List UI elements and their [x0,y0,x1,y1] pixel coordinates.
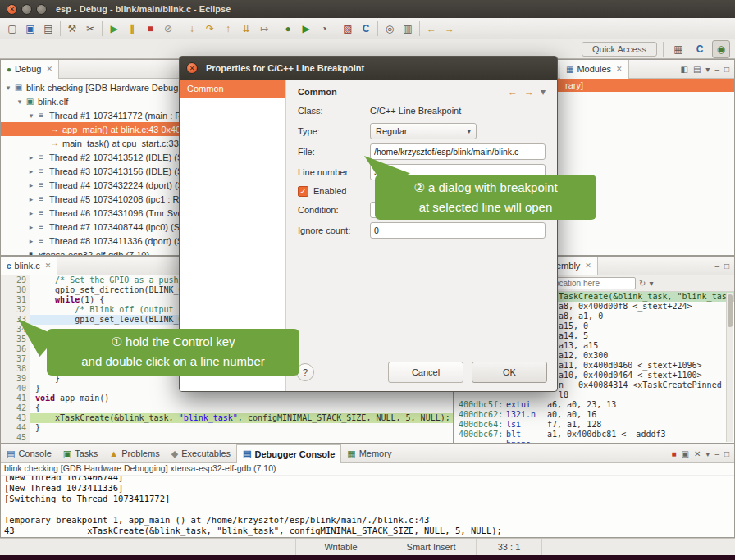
terminate-icon[interactable]: ■ [141,20,159,38]
quick-access-button[interactable]: Quick Access [582,42,657,57]
forward-icon[interactable]: → [441,20,459,38]
tab-memory[interactable]: ▦Memory [341,444,397,463]
scrollbar-thumb[interactable] [728,294,733,327]
annotation-ruler[interactable] [1,403,9,413]
console-output[interactable]: [New Thread 1073408744] [New Thread 1073… [1,476,734,537]
line-number[interactable]: 40 [9,384,30,394]
tab-modules[interactable]: ▦ Modules ✕ [560,60,629,79]
tab-console[interactable]: ▤Console [1,444,57,463]
cut-icon[interactable]: ✂ [81,20,99,38]
window-maximize-icon[interactable] [36,4,47,15]
line-number[interactable]: 32 [9,305,30,315]
expander-icon[interactable]: ▸ [26,181,36,189]
build-icon[interactable]: ⚒ [63,20,81,38]
line-number[interactable]: 38 [9,364,30,374]
expander-icon[interactable]: ▾ [26,112,36,120]
dialog-titlebar[interactable]: ✕ Properties for C/C++ Line Breakpoint [180,57,557,80]
tab-debug[interactable]: ● Debug ✕ [1,60,59,79]
tab-close-icon[interactable]: ✕ [585,262,591,270]
expander-icon[interactable]: ▸ [26,167,36,175]
maximize-icon[interactable]: □ [724,449,729,458]
view-menu-icon[interactable]: ▾ [649,279,653,288]
tab-close-icon[interactable]: ✕ [45,262,52,270]
line-number[interactable]: 36 [9,344,30,354]
annotation-ruler[interactable] [1,384,9,394]
run-icon[interactable]: ▶ [297,20,315,38]
type-dropdown[interactable]: Regular ▾ [370,123,477,139]
back-icon[interactable]: ← [508,86,518,98]
tab-debugger-console[interactable]: ▤Debugger Console [236,444,341,463]
annotation-ruler[interactable] [1,305,9,315]
ignore-count-field[interactable] [370,222,546,239]
step-over-icon[interactable]: ↷ [201,20,219,38]
annotation-ruler[interactable] [1,285,9,295]
tab-close-icon[interactable]: ✕ [46,65,52,73]
line-number[interactable]: 31 [9,295,30,305]
cpp-perspective-icon[interactable]: C [691,40,709,58]
dialog-close-icon[interactable]: ✕ [186,62,198,74]
scrollbar[interactable] [726,293,733,442]
ok-button[interactable]: OK [472,362,547,383]
annotation-ruler[interactable] [1,335,9,344]
annotation-ruler[interactable] [1,413,9,423]
annotation-ruler[interactable] [1,354,9,364]
new-wizard-icon[interactable]: ▢ [3,20,21,38]
expander-icon[interactable]: ▸ [26,209,36,217]
print-icon[interactable]: ▤ [39,20,57,38]
line-number[interactable]: 42 [9,403,30,413]
expander-icon[interactable]: ▸ [26,223,36,231]
columns-icon[interactable]: ▤ [693,65,701,74]
line-number[interactable]: 37 [9,354,30,364]
annotation-ruler[interactable] [1,364,9,374]
annotation-ruler[interactable] [1,295,9,305]
profile-icon[interactable]: ◔ [315,20,333,38]
debug-perspective-icon[interactable]: ◉ [712,40,730,58]
coverage-icon[interactable]: ▧ [339,20,357,38]
cancel-button[interactable]: Cancel [388,362,463,383]
new-cpp-project-icon[interactable]: C [357,20,375,38]
sidebar-item-common[interactable]: Common [180,80,285,98]
step-return-icon[interactable]: ↑ [219,20,237,38]
line-number[interactable]: 39 [9,374,30,384]
annotation-ruler[interactable] [1,394,9,403]
line-number[interactable]: 35 [9,335,30,344]
instruction-stepping-icon[interactable]: ↦ [255,20,273,38]
line-number[interactable]: 45 [9,433,30,443]
window-minimize-icon[interactable] [21,4,32,15]
terminate-console-icon[interactable]: ■ [671,449,676,458]
drop-to-frame-icon[interactable]: ⇊ [237,20,255,38]
annotation-ruler[interactable] [1,275,9,285]
display-console-icon[interactable]: ▣ [682,449,689,458]
step-into-icon[interactable]: ↓ [183,20,201,38]
disconnect-icon[interactable]: ⊘ [159,20,177,38]
remove-console-icon[interactable]: ✕ [694,449,701,458]
annotation-ruler[interactable] [1,344,9,354]
line-number[interactable]: 43 [9,413,30,423]
forward-icon[interactable]: → [524,86,534,98]
collapse-all-icon[interactable]: ◧ [680,65,687,74]
enabled-checkbox[interactable]: ✓ [298,186,308,197]
line-number[interactable]: 29 [9,275,30,285]
annotation-ruler[interactable] [1,315,9,325]
console-menu-icon[interactable]: ▾ [705,449,710,458]
line-number[interactable]: 44 [9,423,30,433]
annotation-ruler[interactable] [1,374,9,384]
resume-icon[interactable]: ▶ [105,20,123,38]
annotations-icon[interactable]: ▥ [399,20,417,38]
maximize-icon[interactable]: □ [724,65,729,74]
refresh-icon[interactable]: ↻ [639,279,646,288]
suspend-icon[interactable]: ∥ [123,20,141,38]
annotation-ruler[interactable] [1,423,9,433]
minimize-icon[interactable]: – [714,262,719,271]
maximize-icon[interactable]: □ [724,262,729,271]
debug-icon[interactable]: ● [279,20,297,38]
expander-icon[interactable]: ▸ [26,237,36,245]
view-menu-icon[interactable]: ▾ [541,86,546,98]
search-icon[interactable]: ◎ [381,20,399,38]
back-icon[interactable]: ← [422,20,441,38]
open-perspective-icon[interactable]: ▦ [669,40,687,58]
annotation-ruler[interactable] [1,433,9,443]
tab-close-icon[interactable]: ✕ [616,65,623,73]
line-number[interactable]: 30 [9,285,30,295]
file-field[interactable] [370,143,546,160]
